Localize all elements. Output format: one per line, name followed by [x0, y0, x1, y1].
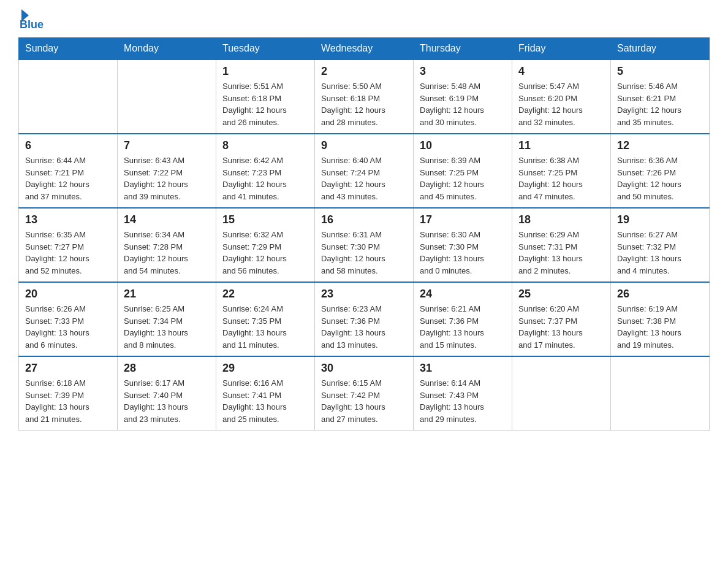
- day-info: Sunrise: 6:29 AM Sunset: 7:31 PM Dayligh…: [518, 229, 604, 277]
- logo: Blue: [18, 12, 44, 31]
- calendar-cell: 12Sunrise: 6:36 AM Sunset: 7:26 PM Dayli…: [611, 134, 710, 208]
- day-info: Sunrise: 6:24 AM Sunset: 7:35 PM Dayligh…: [222, 303, 308, 351]
- day-number: 7: [124, 139, 210, 152]
- calendar-cell: 21Sunrise: 6:25 AM Sunset: 7:34 PM Dayli…: [118, 282, 216, 356]
- day-info: Sunrise: 6:23 AM Sunset: 7:36 PM Dayligh…: [321, 303, 407, 351]
- calendar-cell: 26Sunrise: 6:19 AM Sunset: 7:38 PM Dayli…: [611, 282, 710, 356]
- calendar-cell: 22Sunrise: 6:24 AM Sunset: 7:35 PM Dayli…: [216, 282, 315, 356]
- day-info: Sunrise: 5:51 AM Sunset: 6:18 PM Dayligh…: [222, 80, 308, 128]
- day-number: 30: [321, 362, 407, 375]
- day-info: Sunrise: 6:32 AM Sunset: 7:29 PM Dayligh…: [222, 229, 308, 277]
- day-number: 27: [25, 362, 111, 375]
- day-number: 14: [124, 213, 210, 226]
- day-info: Sunrise: 6:16 AM Sunset: 7:41 PM Dayligh…: [222, 377, 308, 425]
- calendar-cell: 1Sunrise: 5:51 AM Sunset: 6:18 PM Daylig…: [216, 59, 315, 134]
- calendar-cell: [19, 59, 118, 134]
- calendar-body: 1Sunrise: 5:51 AM Sunset: 6:18 PM Daylig…: [19, 59, 710, 431]
- day-number: 23: [321, 288, 407, 301]
- day-info: Sunrise: 5:48 AM Sunset: 6:19 PM Dayligh…: [420, 80, 506, 128]
- calendar-week-row: 6Sunrise: 6:44 AM Sunset: 7:21 PM Daylig…: [19, 134, 710, 208]
- calendar-week-row: 27Sunrise: 6:18 AM Sunset: 7:39 PM Dayli…: [19, 356, 710, 431]
- calendar-cell: 14Sunrise: 6:34 AM Sunset: 7:28 PM Dayli…: [118, 208, 216, 282]
- calendar-cell: [118, 59, 216, 134]
- day-info: Sunrise: 6:20 AM Sunset: 7:37 PM Dayligh…: [518, 303, 604, 351]
- day-number: 3: [420, 65, 506, 78]
- day-number: 4: [518, 65, 604, 78]
- calendar-cell: 18Sunrise: 6:29 AM Sunset: 7:31 PM Dayli…: [512, 208, 611, 282]
- calendar-cell: 9Sunrise: 6:40 AM Sunset: 7:24 PM Daylig…: [315, 134, 414, 208]
- day-number: 18: [518, 213, 604, 226]
- day-info: Sunrise: 6:14 AM Sunset: 7:43 PM Dayligh…: [420, 377, 506, 425]
- calendar-header-cell: Friday: [512, 38, 611, 60]
- calendar-header-cell: Monday: [118, 38, 216, 60]
- calendar-cell: 2Sunrise: 5:50 AM Sunset: 6:18 PM Daylig…: [315, 59, 414, 134]
- day-number: 31: [420, 362, 506, 375]
- day-number: 26: [617, 288, 703, 301]
- calendar-header-cell: Sunday: [19, 38, 118, 60]
- day-number: 12: [617, 139, 703, 152]
- day-number: 25: [518, 288, 604, 301]
- day-number: 22: [222, 288, 308, 301]
- day-number: 5: [617, 65, 703, 78]
- day-number: 11: [518, 139, 604, 152]
- calendar-cell: 23Sunrise: 6:23 AM Sunset: 7:36 PM Dayli…: [315, 282, 414, 356]
- day-number: 16: [321, 213, 407, 226]
- day-info: Sunrise: 6:27 AM Sunset: 7:32 PM Dayligh…: [617, 229, 703, 277]
- day-info: Sunrise: 6:19 AM Sunset: 7:38 PM Dayligh…: [617, 303, 703, 351]
- day-number: 9: [321, 139, 407, 152]
- calendar-cell: 29Sunrise: 6:16 AM Sunset: 7:41 PM Dayli…: [216, 356, 315, 431]
- calendar-header-cell: Tuesday: [216, 38, 315, 60]
- calendar-cell: 27Sunrise: 6:18 AM Sunset: 7:39 PM Dayli…: [19, 356, 118, 431]
- day-info: Sunrise: 6:31 AM Sunset: 7:30 PM Dayligh…: [321, 229, 407, 277]
- day-info: Sunrise: 5:47 AM Sunset: 6:20 PM Dayligh…: [518, 80, 604, 128]
- calendar-cell: 3Sunrise: 5:48 AM Sunset: 6:19 PM Daylig…: [414, 59, 512, 134]
- calendar-cell: 7Sunrise: 6:43 AM Sunset: 7:22 PM Daylig…: [118, 134, 216, 208]
- day-info: Sunrise: 6:25 AM Sunset: 7:34 PM Dayligh…: [124, 303, 210, 351]
- day-info: Sunrise: 6:38 AM Sunset: 7:25 PM Dayligh…: [518, 155, 604, 202]
- day-info: Sunrise: 5:46 AM Sunset: 6:21 PM Dayligh…: [617, 80, 703, 128]
- day-number: 17: [420, 213, 506, 226]
- day-info: Sunrise: 5:50 AM Sunset: 6:18 PM Dayligh…: [321, 80, 407, 128]
- calendar-cell: 13Sunrise: 6:35 AM Sunset: 7:27 PM Dayli…: [19, 208, 118, 282]
- calendar-cell: 16Sunrise: 6:31 AM Sunset: 7:30 PM Dayli…: [315, 208, 414, 282]
- day-info: Sunrise: 6:39 AM Sunset: 7:25 PM Dayligh…: [420, 155, 506, 202]
- day-info: Sunrise: 6:44 AM Sunset: 7:21 PM Dayligh…: [25, 155, 111, 202]
- day-info: Sunrise: 6:15 AM Sunset: 7:42 PM Dayligh…: [321, 377, 407, 425]
- calendar-cell: 5Sunrise: 5:46 AM Sunset: 6:21 PM Daylig…: [611, 59, 710, 134]
- day-number: 21: [124, 288, 210, 301]
- calendar-cell: 28Sunrise: 6:17 AM Sunset: 7:40 PM Dayli…: [118, 356, 216, 431]
- calendar-header-cell: Thursday: [414, 38, 512, 60]
- calendar-cell: 25Sunrise: 6:20 AM Sunset: 7:37 PM Dayli…: [512, 282, 611, 356]
- calendar-table: SundayMondayTuesdayWednesdayThursdayFrid…: [18, 37, 710, 431]
- calendar-cell: 6Sunrise: 6:44 AM Sunset: 7:21 PM Daylig…: [19, 134, 118, 208]
- day-info: Sunrise: 6:34 AM Sunset: 7:28 PM Dayligh…: [124, 229, 210, 277]
- day-number: 10: [420, 139, 506, 152]
- day-number: 2: [321, 65, 407, 78]
- calendar-cell: 8Sunrise: 6:42 AM Sunset: 7:23 PM Daylig…: [216, 134, 315, 208]
- day-number: 6: [25, 139, 111, 152]
- calendar-header-cell: Wednesday: [315, 38, 414, 60]
- day-info: Sunrise: 6:40 AM Sunset: 7:24 PM Dayligh…: [321, 155, 407, 202]
- calendar-cell: [611, 356, 710, 431]
- calendar-cell: 17Sunrise: 6:30 AM Sunset: 7:30 PM Dayli…: [414, 208, 512, 282]
- page-header: Blue: [18, 12, 710, 31]
- calendar-cell: 4Sunrise: 5:47 AM Sunset: 6:20 PM Daylig…: [512, 59, 611, 134]
- calendar-week-row: 13Sunrise: 6:35 AM Sunset: 7:27 PM Dayli…: [19, 208, 710, 282]
- day-number: 28: [124, 362, 210, 375]
- day-number: 15: [222, 213, 308, 226]
- day-number: 13: [25, 213, 111, 226]
- day-info: Sunrise: 6:43 AM Sunset: 7:22 PM Dayligh…: [124, 155, 210, 202]
- day-number: 29: [222, 362, 308, 375]
- day-info: Sunrise: 6:26 AM Sunset: 7:33 PM Dayligh…: [25, 303, 111, 351]
- calendar-week-row: 20Sunrise: 6:26 AM Sunset: 7:33 PM Dayli…: [19, 282, 710, 356]
- calendar-cell: 30Sunrise: 6:15 AM Sunset: 7:42 PM Dayli…: [315, 356, 414, 431]
- day-number: 20: [25, 288, 111, 301]
- day-info: Sunrise: 6:36 AM Sunset: 7:26 PM Dayligh…: [617, 155, 703, 202]
- calendar-cell: [512, 356, 611, 431]
- calendar-cell: 31Sunrise: 6:14 AM Sunset: 7:43 PM Dayli…: [414, 356, 512, 431]
- day-info: Sunrise: 6:30 AM Sunset: 7:30 PM Dayligh…: [420, 229, 506, 277]
- calendar-header-row: SundayMondayTuesdayWednesdayThursdayFrid…: [19, 38, 710, 60]
- day-number: 1: [222, 65, 308, 78]
- day-info: Sunrise: 6:18 AM Sunset: 7:39 PM Dayligh…: [25, 377, 111, 425]
- day-info: Sunrise: 6:35 AM Sunset: 7:27 PM Dayligh…: [25, 229, 111, 277]
